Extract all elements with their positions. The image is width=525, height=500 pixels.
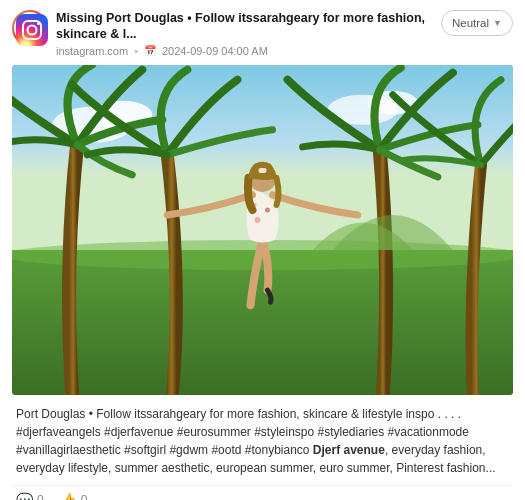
publish-date: 2024-09-09 04:00 AM (162, 45, 268, 57)
comments-section: 💬 0 (16, 492, 44, 501)
like-icon: 👍 (60, 492, 77, 501)
likes-count: 0 (81, 493, 88, 501)
post-image-container (12, 65, 513, 395)
svg-rect-0 (16, 14, 48, 46)
avatar-inner (14, 12, 46, 44)
meta-row: instagram.com • 📅 2024-09-09 04:00 AM (56, 45, 441, 57)
svg-point-3 (37, 22, 40, 25)
avatar (12, 10, 48, 46)
svg-point-11 (254, 216, 260, 222)
description-bold: Djerf avenue (313, 443, 385, 457)
calendar-icon: 📅 (144, 45, 156, 56)
article-title: Missing Port Douglas • Follow itssarahge… (56, 10, 441, 43)
comment-icon: 💬 (16, 492, 33, 501)
header-left: Missing Port Douglas • Follow itssarahge… (12, 10, 441, 57)
article-header: Missing Port Douglas • Follow itssarahge… (12, 10, 513, 57)
domain: instagram.com (56, 45, 128, 57)
sentiment-badge[interactable]: Neutral ▼ (441, 10, 513, 36)
svg-point-12 (265, 207, 270, 212)
post-image (12, 65, 513, 395)
svg-rect-15 (258, 167, 266, 172)
article-card: Missing Port Douglas • Follow itssarahge… (0, 0, 525, 500)
chevron-down-icon: ▼ (493, 18, 502, 28)
article-footer: 💬 0 👍 0 (12, 485, 513, 501)
header-text: Missing Port Douglas • Follow itssarahge… (56, 10, 441, 57)
article-description: Port Douglas • Follow itssarahgeary for … (12, 405, 513, 477)
svg-rect-9 (12, 250, 513, 395)
scene-svg (12, 65, 513, 395)
separator: • (134, 45, 138, 57)
sentiment-label: Neutral (452, 17, 489, 29)
likes-section: 👍 0 (60, 492, 88, 501)
instagram-logo-icon (16, 14, 48, 46)
comments-count: 0 (37, 493, 44, 501)
